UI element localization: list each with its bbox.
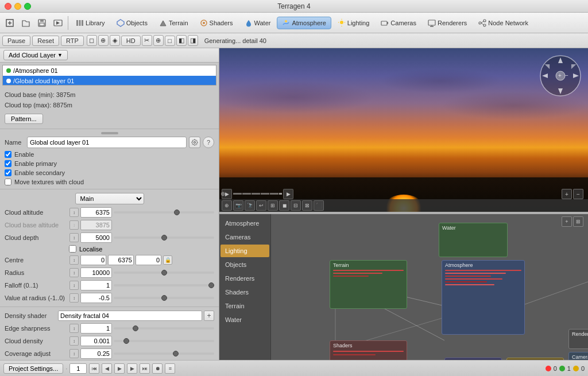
view-btn-1[interactable]: ◻ <box>87 35 97 46</box>
cameras-button[interactable]: Cameras <box>376 17 421 29</box>
maximize-button[interactable] <box>24 3 31 10</box>
sidebar-item-shaders[interactable]: Shaders <box>220 286 269 299</box>
add-cloud-layer-button[interactable]: Add Cloud Layer ▼ <box>3 50 68 60</box>
rtp-button[interactable]: RTP <box>61 36 84 46</box>
radius-input[interactable] <box>80 268 112 278</box>
node-network-button[interactable]: Node Network <box>473 17 533 29</box>
centre-x-input[interactable] <box>80 255 106 265</box>
view-btn-9[interactable]: ◨ <box>188 35 198 46</box>
lighting-button[interactable]: Lighting <box>332 17 375 29</box>
edge-sharpness-icon[interactable]: ↕ <box>69 324 79 333</box>
radius-slider[interactable] <box>114 272 214 274</box>
transport-misc-button[interactable]: ≡ <box>165 363 175 374</box>
zoom-in-button[interactable]: + <box>562 189 572 199</box>
falloff-input[interactable] <box>80 280 112 290</box>
node-cameras[interactable]: Cameras <box>568 352 588 360</box>
reset-button[interactable]: Reset <box>32 36 59 46</box>
vt-btn-6[interactable]: ◼ <box>279 200 289 211</box>
sidebar-item-renderers[interactable]: Renderers <box>220 272 269 285</box>
vt-btn-8[interactable]: ⊠ <box>302 200 312 211</box>
settings-icon-button[interactable] <box>189 137 200 148</box>
view-btn-5[interactable]: ✂ <box>142 35 152 46</box>
shaders-button[interactable]: Shaders <box>195 17 238 29</box>
transport-record-button[interactable]: ⏺ <box>152 363 163 374</box>
render-button[interactable] <box>51 16 65 30</box>
enable-checkbox[interactable] <box>5 151 11 158</box>
density-shader-add-button[interactable]: + <box>204 311 214 321</box>
transport-prev-button[interactable]: ◀ <box>102 363 112 374</box>
node-renderers[interactable]: Renderers <box>568 329 588 349</box>
close-button[interactable] <box>5 3 11 10</box>
cloud-depth-slider[interactable] <box>114 237 214 239</box>
project-settings-button[interactable]: Project Settings... <box>3 363 63 374</box>
coverage-adjust-icon[interactable]: ↕ <box>69 349 79 358</box>
save-button[interactable] <box>34 16 49 30</box>
terrain-button[interactable]: Terrain <box>154 17 194 29</box>
objects-button[interactable]: Objects <box>111 17 153 29</box>
vt-btn-5[interactable]: ⊞ <box>268 200 278 211</box>
sidebar-item-objects[interactable]: Objects <box>220 258 269 271</box>
vt-btn-4[interactable]: ↩ <box>256 200 266 211</box>
help-button[interactable]: ? <box>203 137 214 148</box>
cloud-altitude-input[interactable] <box>80 207 112 218</box>
new-button[interactable] <box>2 16 17 30</box>
vp-ctrl-2[interactable]: ▶ <box>283 189 293 199</box>
cloud-altitude-slider[interactable] <box>114 211 214 214</box>
cloud-layer-item-0[interactable]: /Atmosphere 01 <box>3 65 216 76</box>
vt-btn-9[interactable]: ⬛ <box>314 200 324 211</box>
sidebar-item-terrain[interactable]: Terrain <box>220 300 269 312</box>
view-btn-3[interactable]: ◈ <box>110 35 120 46</box>
transport-end-button[interactable]: ⏭ <box>140 363 150 374</box>
minimize-button[interactable] <box>14 3 21 10</box>
falloff-slider[interactable] <box>114 284 214 286</box>
falloff-icon[interactable]: ↕ <box>69 281 79 290</box>
cloud-depth-input[interactable] <box>80 232 112 243</box>
coverage-adjust-input[interactable] <box>80 348 112 359</box>
node-lighting[interactable]: Lighting <box>506 358 564 360</box>
transport-start-button[interactable]: ⏮ <box>89 363 99 374</box>
density-shader-input[interactable] <box>58 311 202 321</box>
node-water[interactable]: Water <box>439 223 508 257</box>
node-shaders[interactable]: Shaders <box>330 340 407 360</box>
view-btn-8[interactable]: ◧ <box>176 35 187 46</box>
transport-next-button[interactable]: ▶ <box>127 363 137 374</box>
cloud-layer-item-1[interactable]: /Global cloud layer 01 <box>3 76 216 86</box>
cloud-density-icon[interactable]: ↕ <box>69 336 79 346</box>
sidebar-item-atmosphere[interactable]: Atmosphere <box>220 217 269 230</box>
edge-sharpness-slider[interactable] <box>114 327 214 330</box>
library-button[interactable]: Library <box>71 17 110 29</box>
centre-y-input[interactable] <box>108 255 134 265</box>
enable-secondary-checkbox[interactable] <box>5 169 11 176</box>
view-btn-6[interactable]: ⊕ <box>153 35 164 46</box>
node-atmosphere[interactable]: Atmosphere <box>442 260 525 335</box>
main-select[interactable]: Main Detail Coverage <box>75 193 144 204</box>
cloud-altitude-icon[interactable]: ↕ <box>69 208 79 217</box>
radius-icon[interactable]: ↕ <box>69 268 79 277</box>
cloud-depth-icon[interactable]: ↕ <box>69 233 79 242</box>
value-at-radius-slider[interactable] <box>114 297 214 299</box>
enable-primary-checkbox[interactable] <box>5 160 11 167</box>
water-button[interactable]: Water <box>239 17 276 29</box>
vt-btn-2[interactable]: 📷 <box>233 200 243 211</box>
move-textures-checkbox[interactable] <box>5 179 11 185</box>
name-input[interactable]: Global cloud layer 01 <box>27 137 187 148</box>
cloud-density-input[interactable] <box>80 336 112 346</box>
view-btn-2[interactable]: ⊕ <box>98 35 109 46</box>
sidebar-item-cameras[interactable]: Cameras <box>220 231 269 243</box>
vt-btn-7[interactable]: ⊟ <box>291 200 301 211</box>
vt-btn-1[interactable]: ⊕ <box>222 200 232 211</box>
value-at-radius-input[interactable] <box>80 293 112 303</box>
centre-z-input[interactable] <box>136 255 161 265</box>
value-at-radius-icon[interactable]: ↕ <box>69 293 79 303</box>
open-button[interactable] <box>18 16 33 30</box>
transport-play-button[interactable]: ▶ <box>114 363 125 374</box>
localise-checkbox[interactable] <box>69 245 76 253</box>
frame-number-input[interactable] <box>69 363 87 374</box>
cloud-density-slider[interactable] <box>114 340 214 342</box>
node-objects[interactable]: Objects <box>444 358 502 360</box>
zoom-out-button[interactable]: − <box>573 189 583 199</box>
pause-button[interactable]: Pause <box>2 36 30 46</box>
renderers-button[interactable]: Renderers <box>423 17 472 29</box>
node-terrain[interactable]: Terrain <box>330 260 407 309</box>
pattern-button[interactable]: Pattern... <box>5 114 43 124</box>
